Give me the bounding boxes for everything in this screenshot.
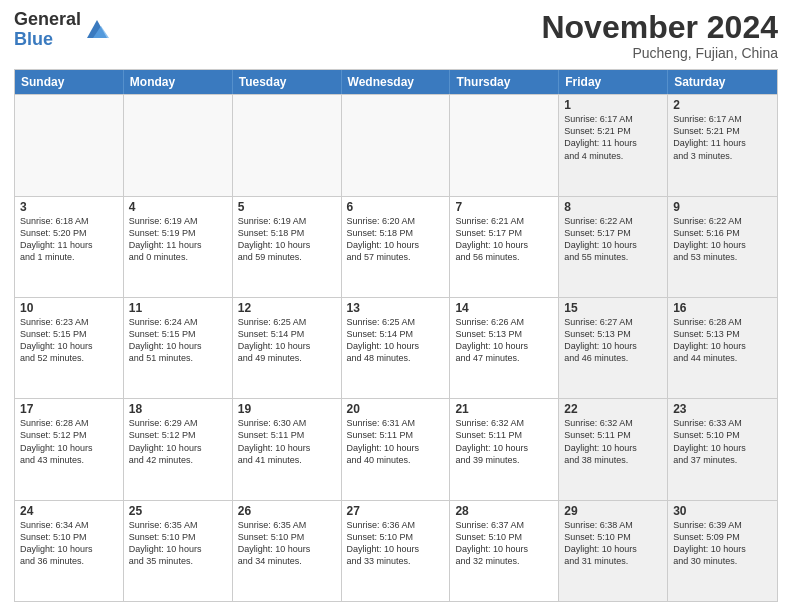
calendar-cell: 19Sunrise: 6:30 AM Sunset: 5:11 PM Dayli… bbox=[233, 399, 342, 499]
day-number: 25 bbox=[129, 504, 227, 518]
logo-general: General bbox=[14, 10, 81, 30]
day-info: Sunrise: 6:21 AM Sunset: 5:17 PM Dayligh… bbox=[455, 215, 553, 264]
day-info: Sunrise: 6:22 AM Sunset: 5:16 PM Dayligh… bbox=[673, 215, 772, 264]
day-info: Sunrise: 6:19 AM Sunset: 5:18 PM Dayligh… bbox=[238, 215, 336, 264]
day-number: 6 bbox=[347, 200, 445, 214]
calendar-cell bbox=[450, 95, 559, 195]
day-info: Sunrise: 6:32 AM Sunset: 5:11 PM Dayligh… bbox=[455, 417, 553, 466]
calendar-cell: 18Sunrise: 6:29 AM Sunset: 5:12 PM Dayli… bbox=[124, 399, 233, 499]
day-info: Sunrise: 6:20 AM Sunset: 5:18 PM Dayligh… bbox=[347, 215, 445, 264]
day-info: Sunrise: 6:34 AM Sunset: 5:10 PM Dayligh… bbox=[20, 519, 118, 568]
calendar-cell: 13Sunrise: 6:25 AM Sunset: 5:14 PM Dayli… bbox=[342, 298, 451, 398]
day-info: Sunrise: 6:39 AM Sunset: 5:09 PM Dayligh… bbox=[673, 519, 772, 568]
day-number: 5 bbox=[238, 200, 336, 214]
calendar-cell: 24Sunrise: 6:34 AM Sunset: 5:10 PM Dayli… bbox=[15, 501, 124, 601]
calendar-row: 1Sunrise: 6:17 AM Sunset: 5:21 PM Daylig… bbox=[15, 94, 777, 195]
day-info: Sunrise: 6:29 AM Sunset: 5:12 PM Dayligh… bbox=[129, 417, 227, 466]
day-info: Sunrise: 6:17 AM Sunset: 5:21 PM Dayligh… bbox=[673, 113, 772, 162]
day-number: 15 bbox=[564, 301, 662, 315]
day-info: Sunrise: 6:33 AM Sunset: 5:10 PM Dayligh… bbox=[673, 417, 772, 466]
calendar-cell: 17Sunrise: 6:28 AM Sunset: 5:12 PM Dayli… bbox=[15, 399, 124, 499]
calendar-cell bbox=[342, 95, 451, 195]
day-info: Sunrise: 6:28 AM Sunset: 5:12 PM Dayligh… bbox=[20, 417, 118, 466]
calendar-cell: 30Sunrise: 6:39 AM Sunset: 5:09 PM Dayli… bbox=[668, 501, 777, 601]
calendar-cell: 9Sunrise: 6:22 AM Sunset: 5:16 PM Daylig… bbox=[668, 197, 777, 297]
day-number: 21 bbox=[455, 402, 553, 416]
calendar-cell: 28Sunrise: 6:37 AM Sunset: 5:10 PM Dayli… bbox=[450, 501, 559, 601]
day-info: Sunrise: 6:35 AM Sunset: 5:10 PM Dayligh… bbox=[129, 519, 227, 568]
day-number: 17 bbox=[20, 402, 118, 416]
calendar-cell: 16Sunrise: 6:28 AM Sunset: 5:13 PM Dayli… bbox=[668, 298, 777, 398]
calendar: SundayMondayTuesdayWednesdayThursdayFrid… bbox=[14, 69, 778, 602]
calendar-cell: 8Sunrise: 6:22 AM Sunset: 5:17 PM Daylig… bbox=[559, 197, 668, 297]
calendar-cell: 3Sunrise: 6:18 AM Sunset: 5:20 PM Daylig… bbox=[15, 197, 124, 297]
title-area: November 2024 Pucheng, Fujian, China bbox=[541, 10, 778, 61]
day-number: 23 bbox=[673, 402, 772, 416]
calendar-row: 17Sunrise: 6:28 AM Sunset: 5:12 PM Dayli… bbox=[15, 398, 777, 499]
day-number: 26 bbox=[238, 504, 336, 518]
day-number: 7 bbox=[455, 200, 553, 214]
calendar-header-cell: Sunday bbox=[15, 70, 124, 94]
day-info: Sunrise: 6:30 AM Sunset: 5:11 PM Dayligh… bbox=[238, 417, 336, 466]
day-number: 28 bbox=[455, 504, 553, 518]
calendar-cell: 29Sunrise: 6:38 AM Sunset: 5:10 PM Dayli… bbox=[559, 501, 668, 601]
day-number: 16 bbox=[673, 301, 772, 315]
day-info: Sunrise: 6:18 AM Sunset: 5:20 PM Dayligh… bbox=[20, 215, 118, 264]
calendar-cell: 23Sunrise: 6:33 AM Sunset: 5:10 PM Dayli… bbox=[668, 399, 777, 499]
day-number: 10 bbox=[20, 301, 118, 315]
calendar-cell: 14Sunrise: 6:26 AM Sunset: 5:13 PM Dayli… bbox=[450, 298, 559, 398]
logo-text: General Blue bbox=[14, 10, 81, 50]
calendar-cell: 1Sunrise: 6:17 AM Sunset: 5:21 PM Daylig… bbox=[559, 95, 668, 195]
day-number: 11 bbox=[129, 301, 227, 315]
calendar-cell: 15Sunrise: 6:27 AM Sunset: 5:13 PM Dayli… bbox=[559, 298, 668, 398]
calendar-header-cell: Saturday bbox=[668, 70, 777, 94]
day-number: 2 bbox=[673, 98, 772, 112]
day-number: 18 bbox=[129, 402, 227, 416]
location: Pucheng, Fujian, China bbox=[541, 45, 778, 61]
calendar-cell: 11Sunrise: 6:24 AM Sunset: 5:15 PM Dayli… bbox=[124, 298, 233, 398]
calendar-row: 3Sunrise: 6:18 AM Sunset: 5:20 PM Daylig… bbox=[15, 196, 777, 297]
calendar-cell bbox=[15, 95, 124, 195]
calendar-cell: 10Sunrise: 6:23 AM Sunset: 5:15 PM Dayli… bbox=[15, 298, 124, 398]
day-info: Sunrise: 6:25 AM Sunset: 5:14 PM Dayligh… bbox=[347, 316, 445, 365]
day-number: 12 bbox=[238, 301, 336, 315]
calendar-cell: 21Sunrise: 6:32 AM Sunset: 5:11 PM Dayli… bbox=[450, 399, 559, 499]
logo-area: General Blue bbox=[14, 10, 111, 50]
day-info: Sunrise: 6:37 AM Sunset: 5:10 PM Dayligh… bbox=[455, 519, 553, 568]
calendar-cell: 27Sunrise: 6:36 AM Sunset: 5:10 PM Dayli… bbox=[342, 501, 451, 601]
calendar-cell: 26Sunrise: 6:35 AM Sunset: 5:10 PM Dayli… bbox=[233, 501, 342, 601]
calendar-header-row: SundayMondayTuesdayWednesdayThursdayFrid… bbox=[15, 70, 777, 94]
calendar-row: 24Sunrise: 6:34 AM Sunset: 5:10 PM Dayli… bbox=[15, 500, 777, 601]
calendar-cell: 12Sunrise: 6:25 AM Sunset: 5:14 PM Dayli… bbox=[233, 298, 342, 398]
calendar-header-cell: Thursday bbox=[450, 70, 559, 94]
day-info: Sunrise: 6:23 AM Sunset: 5:15 PM Dayligh… bbox=[20, 316, 118, 365]
header: General Blue November 2024 Pucheng, Fuji… bbox=[14, 10, 778, 61]
day-info: Sunrise: 6:17 AM Sunset: 5:21 PM Dayligh… bbox=[564, 113, 662, 162]
calendar-cell: 4Sunrise: 6:19 AM Sunset: 5:19 PM Daylig… bbox=[124, 197, 233, 297]
day-info: Sunrise: 6:22 AM Sunset: 5:17 PM Dayligh… bbox=[564, 215, 662, 264]
calendar-cell: 7Sunrise: 6:21 AM Sunset: 5:17 PM Daylig… bbox=[450, 197, 559, 297]
calendar-row: 10Sunrise: 6:23 AM Sunset: 5:15 PM Dayli… bbox=[15, 297, 777, 398]
day-number: 30 bbox=[673, 504, 772, 518]
day-info: Sunrise: 6:26 AM Sunset: 5:13 PM Dayligh… bbox=[455, 316, 553, 365]
day-number: 13 bbox=[347, 301, 445, 315]
calendar-cell: 5Sunrise: 6:19 AM Sunset: 5:18 PM Daylig… bbox=[233, 197, 342, 297]
day-number: 19 bbox=[238, 402, 336, 416]
day-info: Sunrise: 6:27 AM Sunset: 5:13 PM Dayligh… bbox=[564, 316, 662, 365]
day-number: 4 bbox=[129, 200, 227, 214]
calendar-cell: 25Sunrise: 6:35 AM Sunset: 5:10 PM Dayli… bbox=[124, 501, 233, 601]
day-number: 8 bbox=[564, 200, 662, 214]
day-info: Sunrise: 6:31 AM Sunset: 5:11 PM Dayligh… bbox=[347, 417, 445, 466]
logo-icon bbox=[83, 16, 111, 44]
day-info: Sunrise: 6:28 AM Sunset: 5:13 PM Dayligh… bbox=[673, 316, 772, 365]
day-info: Sunrise: 6:25 AM Sunset: 5:14 PM Dayligh… bbox=[238, 316, 336, 365]
calendar-body: 1Sunrise: 6:17 AM Sunset: 5:21 PM Daylig… bbox=[15, 94, 777, 601]
day-info: Sunrise: 6:36 AM Sunset: 5:10 PM Dayligh… bbox=[347, 519, 445, 568]
page: General Blue November 2024 Pucheng, Fuji… bbox=[0, 0, 792, 612]
calendar-header-cell: Wednesday bbox=[342, 70, 451, 94]
day-number: 24 bbox=[20, 504, 118, 518]
day-number: 20 bbox=[347, 402, 445, 416]
day-info: Sunrise: 6:24 AM Sunset: 5:15 PM Dayligh… bbox=[129, 316, 227, 365]
day-number: 22 bbox=[564, 402, 662, 416]
day-number: 29 bbox=[564, 504, 662, 518]
